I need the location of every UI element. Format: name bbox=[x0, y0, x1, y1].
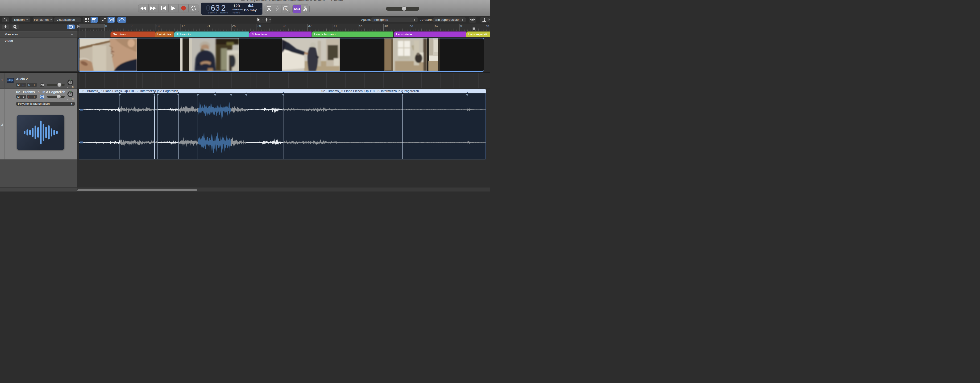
svg-text:S: S bbox=[285, 7, 287, 11]
